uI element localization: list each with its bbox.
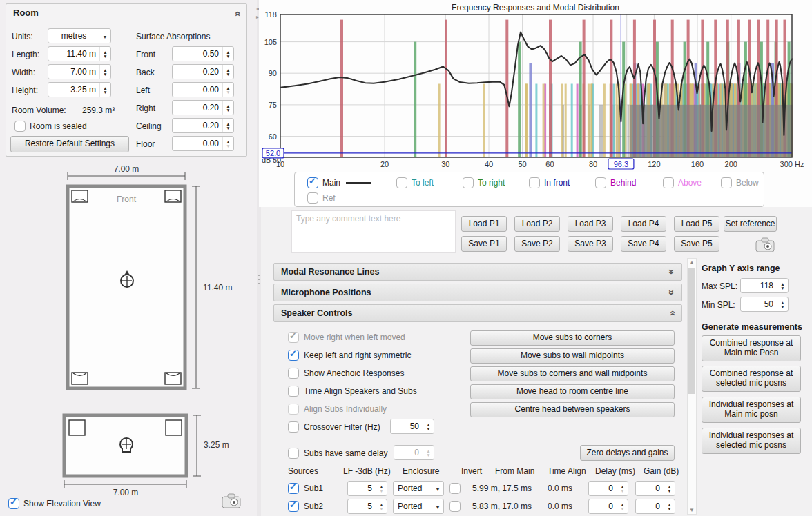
collapse-panel-icon[interactable] [234,8,240,19]
crossover-spinner[interactable]: 50 [390,419,434,434]
min-spl-spinner[interactable]: 50 [740,297,789,312]
zero-delays-button[interactable]: Zero delays and gains [580,445,675,461]
legend-to-left[interactable]: To left [396,177,434,188]
legend-main[interactable]: Main [307,177,371,188]
comment-input[interactable] [291,210,456,253]
sub1-enable-checkbox[interactable] [288,483,299,494]
sub2-delay-spinner[interactable]: 0 [588,499,628,514]
spinner-arrows-icon[interactable] [423,419,434,433]
speaker-icon[interactable] [72,190,88,202]
behind-checkbox[interactable] [595,177,606,188]
main-checkbox[interactable] [307,177,318,188]
width-spinner[interactable]: 7.00 m [48,64,111,79]
absorption-front-spinner[interactable]: 0.50 [172,46,234,61]
save-p5-button[interactable]: Save P5 [674,236,719,252]
subwoofer-icon[interactable] [72,373,88,384]
subwoofer-icon[interactable] [165,373,181,384]
sub2-gain-spinner[interactable]: 0 [635,499,675,514]
keep-symmetric-checkbox[interactable] [288,350,299,361]
save-p1-button[interactable]: Save P1 [461,236,507,252]
load-p3-button[interactable]: Load P3 [568,216,613,232]
spinner-arrows-icon[interactable] [222,119,233,132]
sub1-invert-checkbox[interactable] [450,483,461,494]
spinner-arrows-icon[interactable] [222,137,233,150]
legend-above[interactable]: Above [663,177,702,188]
load-p4-button[interactable]: Load P4 [621,216,666,232]
speaker-icon[interactable] [166,420,182,435]
absorption-right-spinner[interactable]: 0.20 [172,100,234,115]
combined-main-button[interactable]: Combined response at Main mic Posn [702,335,801,361]
spinner-arrows-icon[interactable] [617,499,628,513]
save-p4-button[interactable]: Save P4 [621,236,666,252]
sub1-delay-spinner[interactable]: 0 [588,481,628,496]
restore-defaults-button[interactable]: Restore Default Settings [10,136,129,152]
spinner-arrows-icon[interactable] [222,65,233,79]
scroll-down-icon[interactable]: ▼ [688,507,696,513]
capture-image-icon[interactable] [221,493,242,509]
sub2-lf-spinner[interactable]: 5 [347,499,387,514]
absorption-ceiling-spinner[interactable]: 0.20 [172,118,234,133]
chart-plot-area[interactable]: 118105907560dB50102030405060801001201602… [259,0,812,170]
spinner-arrows-icon[interactable] [664,482,675,495]
sub1-lf-spinner[interactable]: 5 [347,481,387,496]
spinner-arrows-icon[interactable] [99,65,110,79]
legend-in-front[interactable]: In front [529,177,570,188]
move-subs-corners-midpoints-button[interactable]: Move subs to corners and wall midpoints [470,366,675,381]
speaker-icon[interactable] [165,190,181,202]
scroll-up-icon[interactable]: ▲ [688,259,696,266]
spinner-arrows-icon[interactable] [99,47,110,61]
set-reference-button[interactable]: Set reference [724,216,777,232]
absorption-floor-spinner[interactable]: 0.00 [172,136,234,151]
spinner-arrows-icon[interactable] [617,482,628,495]
max-spl-spinner[interactable]: 118 [740,278,789,293]
spinner-arrows-icon[interactable] [664,499,675,513]
spinner-arrows-icon[interactable] [222,47,233,61]
absorption-left-spinner[interactable]: 0.00 [172,82,234,97]
modal-resonance-accordion[interactable]: Modal Resonance Lines [273,263,682,281]
spinner-arrows-icon[interactable] [376,482,387,495]
spinner-arrows-icon[interactable] [99,83,110,97]
combined-selected-button[interactable]: Combined response at selected mic posns [702,366,801,392]
microphone-positions-accordion[interactable]: Microphone Positions [273,284,682,301]
sub2-enable-checkbox[interactable] [288,501,299,512]
below-checkbox[interactable] [721,177,732,188]
load-p2-button[interactable]: Load P2 [514,216,560,232]
legend-ref[interactable]: Ref [307,192,336,204]
crossover-filter-checkbox[interactable] [288,421,299,433]
vertical-scrollbar[interactable]: ▲ ▼ [687,258,697,515]
same-delay-checkbox[interactable] [288,448,299,459]
spinner-arrows-icon[interactable] [777,297,788,311]
sub1-gain-spinner[interactable]: 0 [635,481,675,496]
spinner-arrows-icon[interactable] [222,101,233,115]
room-sealed-checkbox[interactable] [14,121,26,132]
spinner-arrows-icon[interactable] [222,83,233,97]
absorption-back-spinner[interactable]: 0.20 [172,64,234,79]
height-spinner[interactable]: 3.25 m [48,82,111,97]
scrollbar-thumb[interactable] [688,268,695,394]
sub1-enclosure-dropdown[interactable]: Ported [393,481,444,496]
save-p3-button[interactable]: Save P3 [568,236,613,252]
time-align-checkbox[interactable] [288,386,299,397]
show-elevation-checkbox[interactable] [8,498,19,509]
listener-head-icon[interactable] [120,438,133,452]
spinner-arrows-icon[interactable] [376,499,387,513]
sub2-enclosure-dropdown[interactable]: Ported [393,499,444,514]
move-subs-midpoints-button[interactable]: Move subs to wall midpoints [470,348,675,364]
individual-main-button[interactable]: Individual responses at Main mic posn [702,397,801,423]
capture-image-icon[interactable] [755,237,775,253]
spinner-arrows-icon[interactable] [777,279,788,292]
room-top-view-diagram[interactable]: 7.00 m Front [0,164,257,395]
legend-to-right[interactable]: To right [463,177,505,188]
units-dropdown[interactable]: metres [48,28,111,43]
legend-behind[interactable]: Behind [595,177,636,188]
ref-checkbox[interactable] [307,192,318,204]
save-p2-button[interactable]: Save P2 [514,236,560,252]
legend-below[interactable]: Below [721,177,759,188]
load-p1-button[interactable]: Load P1 [461,216,507,232]
length-spinner[interactable]: 11.40 m [48,46,111,61]
move-subs-corners-button[interactable]: Move subs to corners [470,330,675,346]
show-anechoic-checkbox[interactable] [288,368,299,379]
move-head-centre-button[interactable]: Move head to room centre line [470,384,675,399]
to-left-checkbox[interactable] [396,177,407,188]
room-elevation-diagram[interactable]: 3.25 m 7.00 m [0,399,257,499]
